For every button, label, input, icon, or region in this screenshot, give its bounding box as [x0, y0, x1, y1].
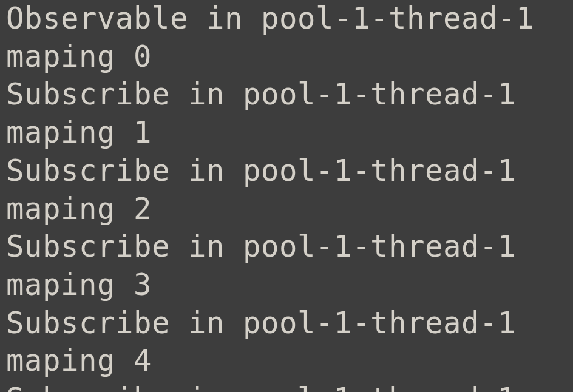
- log-line: Observable in pool-1-thread-1: [6, 0, 567, 38]
- log-line: Subscribe in pool-1-thread-1: [6, 380, 567, 392]
- console-output: Observable in pool-1-thread-1 maping 0 S…: [0, 0, 573, 392]
- log-line: Subscribe in pool-1-thread-1: [6, 228, 567, 266]
- log-line: maping 0: [6, 38, 567, 76]
- log-line: maping 1: [6, 114, 567, 152]
- log-line: maping 2: [6, 191, 567, 229]
- log-line: Subscribe in pool-1-thread-1: [6, 305, 567, 343]
- log-line: Subscribe in pool-1-thread-1: [6, 152, 567, 191]
- log-line: Subscribe in pool-1-thread-1: [6, 76, 567, 114]
- log-line: maping 3: [6, 266, 567, 305]
- log-line: maping 4: [6, 342, 567, 380]
